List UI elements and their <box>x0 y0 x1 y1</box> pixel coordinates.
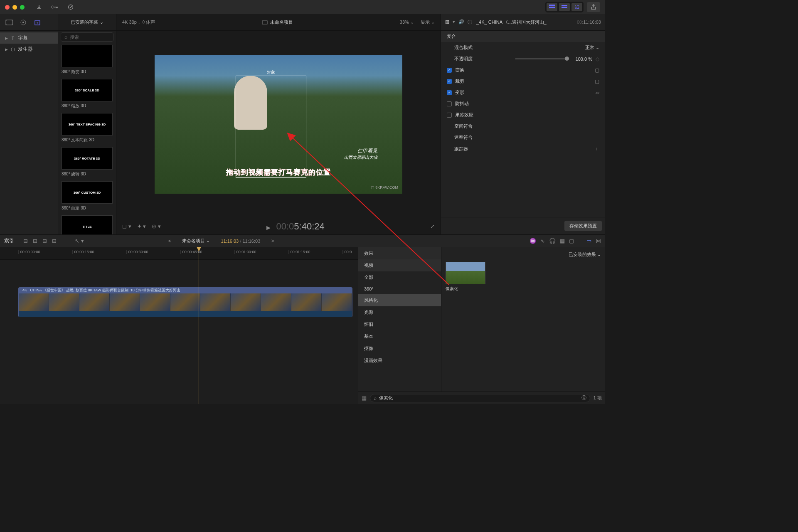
tracker-row[interactable]: 跟踪器 ＋ <box>441 143 605 155</box>
clear-search-icon[interactable]: ⓧ <box>581 394 586 401</box>
spatial-conform-row[interactable]: 空间符合 <box>441 121 605 132</box>
distort-checkbox[interactable]: ✓ <box>447 90 452 95</box>
snapping-icon[interactable]: ▢ <box>569 238 574 244</box>
audio-meters-icon[interactable]: ♒ <box>530 238 536 244</box>
stabilize-checkbox[interactable] <box>447 101 452 106</box>
close-window-button[interactable] <box>5 5 10 10</box>
video-inspector-tab-icon[interactable]: ▥ <box>445 19 449 25</box>
title-preset-thumb[interactable]: TITLE <box>62 215 113 234</box>
transform-row[interactable]: ✓ 变换 ▢ <box>441 64 605 76</box>
crop-row[interactable]: ✓ 裁剪 ▢ <box>441 76 605 87</box>
insert-clip-icon[interactable]: ⊟ <box>33 238 37 244</box>
reset-icon[interactable]: ▢ <box>595 79 599 84</box>
append-clip-icon[interactable]: ⊟ <box>42 238 47 244</box>
browser-toggle-icon[interactable] <box>547 3 557 11</box>
distort-row[interactable]: ✓ 变形 ▱ <box>441 87 605 98</box>
display-dropdown[interactable]: 显示 ⌄ <box>421 19 435 25</box>
audio-inspector-tab-icon[interactable]: 🔊 <box>458 19 464 25</box>
maximize-window-button[interactable] <box>20 5 25 10</box>
effects-search-input[interactable] <box>379 396 579 401</box>
share-button[interactable] <box>587 2 600 12</box>
effects-category-item[interactable]: 漫画效果 <box>358 355 441 367</box>
title-preset-thumb[interactable]: 360° CUSTOM 3D <box>62 181 113 204</box>
info-inspector-tab-icon[interactable]: ⓘ <box>468 19 472 25</box>
effects-category-item[interactable]: 全部 <box>358 271 441 283</box>
connect-clip-icon[interactable]: ⊟ <box>23 238 28 244</box>
effects-category-item[interactable]: 光源 <box>358 306 441 318</box>
overwrite-clip-icon[interactable]: ⊟ <box>52 238 57 244</box>
timeline-project-dropdown[interactable]: 未命名项目 ⌄ <box>182 238 210 244</box>
titles-tab-icon[interactable]: T <box>32 17 42 27</box>
svg-rect-8 <box>562 5 567 6</box>
transform-checkbox[interactable]: ✓ <box>447 68 452 73</box>
keyframe-button[interactable]: ◇ <box>596 56 599 62</box>
viewer-canvas[interactable]: 对象 仁甲看见 山西太原蒙山大佛 ▢ 8KRAW.COM 拖动到视频需要打马赛克… <box>155 55 402 194</box>
ruler-tick: | 00:00:30:00 <box>126 250 148 254</box>
timeline-forward-button[interactable]: > <box>271 238 274 244</box>
effects-browser-toggle-icon[interactable]: ▭ <box>586 238 591 244</box>
play-button[interactable]: ▶ <box>266 224 271 231</box>
solo-icon[interactable]: ▦ <box>560 238 565 244</box>
crop-checkbox[interactable]: ✓ <box>447 79 452 84</box>
audio-skimming-icon[interactable]: 🎧 <box>549 238 556 244</box>
audio-tab-icon[interactable] <box>18 17 28 27</box>
select-tool-dropdown[interactable]: ↖ ▾ <box>75 238 84 244</box>
add-tracker-button[interactable]: ＋ <box>594 145 599 153</box>
viewer-timecode[interactable]: 00:05:40:24 <box>276 221 324 232</box>
effects-search[interactable]: ⌕ ⓧ <box>370 394 590 402</box>
effects-category-item[interactable]: 怀旧 <box>358 318 441 330</box>
search-icon: ⌕ <box>64 34 67 40</box>
installed-effects-dropdown[interactable]: 已安装的效果 ⌄ <box>446 251 601 262</box>
timeline-playhead[interactable] <box>199 247 199 404</box>
reset-icon[interactable]: ▱ <box>596 90 599 96</box>
browser-filter-dropdown[interactable]: 已安装的字幕 ⌄ <box>62 19 113 25</box>
rolling-shutter-checkbox[interactable] <box>447 113 452 118</box>
minimize-window-button[interactable] <box>12 5 17 10</box>
svg-rect-5 <box>549 7 551 8</box>
import-button[interactable] <box>33 2 45 12</box>
title-preset-thumb[interactable]: 360° SCALE 3D <box>62 79 113 101</box>
effects-category-item[interactable]: 风格化 <box>358 294 441 306</box>
enhance-tool-dropdown[interactable]: ✦ ▾ <box>137 223 146 229</box>
generator-inspector-tab-icon[interactable]: ▾ <box>453 19 455 25</box>
zoom-dropdown[interactable]: 33% ⌄ <box>400 20 414 25</box>
timeline-back-button[interactable]: < <box>168 238 172 244</box>
effects-category-item[interactable]: 抠像 <box>358 342 441 355</box>
onscreen-selection-rect[interactable]: 对象 <box>236 76 306 178</box>
reset-icon[interactable]: ▢ <box>595 67 599 73</box>
effects-category-item[interactable]: 360° <box>358 283 441 294</box>
title-preset-thumb[interactable]: 360° ROTATE 3D <box>62 147 113 170</box>
effect-thumbnail[interactable]: 像素化 <box>446 262 485 292</box>
watermark-label: ▢ 8KRAW.COM <box>371 185 398 190</box>
title-preset-thumb[interactable]: 360° TEXT SPACING 3D <box>62 113 113 135</box>
effect-label: 像素化 <box>446 286 485 292</box>
filmstrip-icon <box>262 20 268 25</box>
sidebar-item-generators[interactable]: ▶ 发生器 <box>0 44 58 55</box>
background-tasks-button[interactable] <box>64 2 77 12</box>
media-tab-icon[interactable] <box>4 17 14 27</box>
sidebar-item-titles[interactable]: ▶ T 字幕 <box>0 32 58 44</box>
grid-view-icon[interactable]: ▦ <box>362 395 367 401</box>
opacity-slider[interactable] <box>515 58 569 59</box>
timeline-clip[interactable]: _4K_ CHINA 《盛世中国》 超燃_数百位 8KRAW 摄影师联合摄制_1… <box>18 287 352 317</box>
timeline-ruler[interactable]: | 00:00:00:00 | 00:00:15:00 | 00:00:30:0… <box>0 247 358 260</box>
timeline-toggle-icon[interactable] <box>559 3 570 11</box>
transitions-browser-toggle-icon[interactable]: ⋈ <box>596 238 601 244</box>
rate-conform-row[interactable]: 速率符合 <box>441 132 605 143</box>
retime-tool-dropdown[interactable]: ⊘ ▾ <box>152 223 161 229</box>
skimming-icon[interactable]: ∿ <box>540 238 545 244</box>
keyword-button[interactable] <box>49 2 61 12</box>
blend-mode-dropdown[interactable]: 正常 ⌄ <box>585 44 599 51</box>
inspector-toggle-icon[interactable] <box>571 3 582 11</box>
effects-category-video[interactable]: 视频 <box>358 259 441 271</box>
title-preset-thumb[interactable] <box>62 45 113 67</box>
transform-tool-dropdown[interactable]: ◻ ▾ <box>122 223 131 229</box>
save-effect-preset-button[interactable]: 存储效果预置 <box>564 221 602 231</box>
opacity-value[interactable]: 100.0 % <box>576 57 592 62</box>
effects-category-item[interactable]: 基本 <box>358 330 441 342</box>
stabilize-row[interactable]: 防抖动 <box>441 98 605 109</box>
browser-search[interactable]: ⌕ <box>61 32 113 42</box>
rolling-shutter-row[interactable]: 果冻效应 <box>441 109 605 121</box>
fullscreen-button[interactable]: ⤢ <box>430 223 435 229</box>
index-button[interactable]: 索引 <box>4 237 18 244</box>
